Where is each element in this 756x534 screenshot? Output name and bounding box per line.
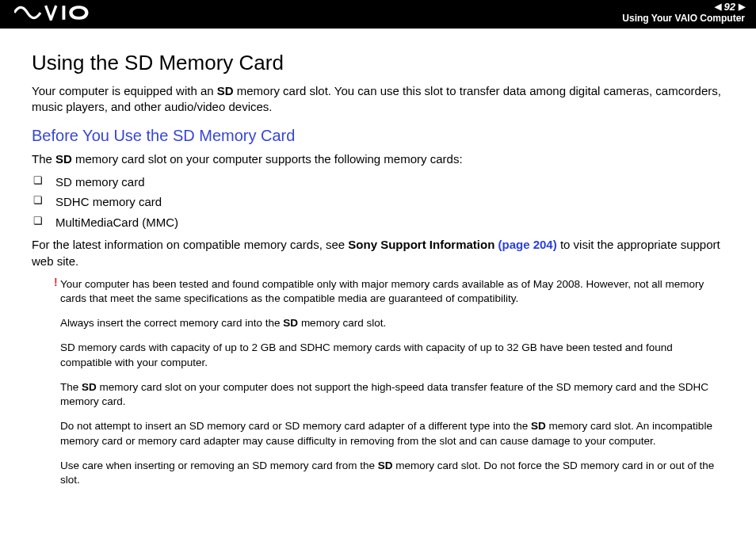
text: Always insert the correct memory card in… bbox=[60, 317, 283, 329]
warning-text: Do not attempt to insert an SD memory ca… bbox=[60, 419, 724, 448]
text: The bbox=[60, 381, 82, 393]
text-bold: SD bbox=[531, 420, 546, 432]
page-reference-link[interactable]: (page 204) bbox=[498, 238, 557, 251]
prev-page-arrow-icon[interactable]: ◀ bbox=[715, 2, 721, 11]
text: memory card slot on your computer does n… bbox=[60, 381, 708, 407]
vaio-logo-icon bbox=[14, 5, 101, 21]
warning-icon: ! bbox=[54, 276, 58, 288]
intro-paragraph: Your computer is equipped with an SD mem… bbox=[32, 83, 724, 116]
text-bold: SD bbox=[378, 460, 393, 471]
support-link-label: Sony Support Information bbox=[348, 238, 494, 251]
text-bold: SD bbox=[217, 84, 234, 97]
text-bold: SD bbox=[55, 152, 72, 166]
page-title: Using the SD Memory Card bbox=[32, 51, 724, 75]
next-page-arrow-icon[interactable]: ▶ bbox=[739, 2, 745, 11]
warning-text: Use care when inserting or removing an S… bbox=[60, 459, 724, 487]
text: memory card slot. bbox=[298, 317, 386, 329]
list-item: SD memory card bbox=[32, 172, 724, 193]
list-item: MultiMediaCard (MMC) bbox=[32, 212, 724, 233]
warning-text: Always insert the correct memory card in… bbox=[60, 316, 724, 330]
header-bar: ◀ 92 ▶ Using Your VAIO Computer bbox=[0, 0, 756, 29]
list-item: SDHC memory card bbox=[32, 192, 724, 212]
page-number: 92 bbox=[724, 2, 735, 12]
text-bold: SD bbox=[82, 381, 97, 393]
section-subtitle: Before You Use the SD Memory Card bbox=[32, 127, 724, 145]
warning-text: SD memory cards with capacity of up to 2… bbox=[60, 341, 724, 369]
text-bold: SD bbox=[283, 317, 298, 329]
svg-rect-0 bbox=[63, 6, 66, 20]
text: Your computer is equipped with an bbox=[32, 84, 217, 97]
text: The bbox=[32, 152, 55, 166]
header-right: ◀ 92 ▶ Using Your VAIO Computer bbox=[622, 0, 756, 24]
page-content: Using the SD Memory Card Your computer i… bbox=[0, 29, 756, 487]
text: Use care when inserting or removing an S… bbox=[60, 460, 378, 471]
breadcrumb: Using Your VAIO Computer bbox=[622, 13, 745, 24]
vaio-logo bbox=[0, 0, 101, 24]
support-intro: The SD memory card slot on your computer… bbox=[32, 151, 724, 167]
page-navigation: ◀ 92 ▶ bbox=[622, 2, 745, 12]
latest-info-paragraph: For the latest information on compatible… bbox=[32, 237, 724, 269]
warning-text: Your computer has been tested and found … bbox=[60, 277, 724, 306]
warning-text: The SD memory card slot on your computer… bbox=[60, 380, 724, 409]
text: Do not attempt to insert an SD memory ca… bbox=[60, 420, 531, 432]
text: memory card slot on your computer suppor… bbox=[72, 152, 463, 166]
supported-cards-list: SD memory card SDHC memory card MultiMed… bbox=[32, 172, 724, 233]
warning-block: ! Your computer has been tested and foun… bbox=[55, 277, 724, 487]
text: For the latest information on compatible… bbox=[32, 238, 348, 251]
